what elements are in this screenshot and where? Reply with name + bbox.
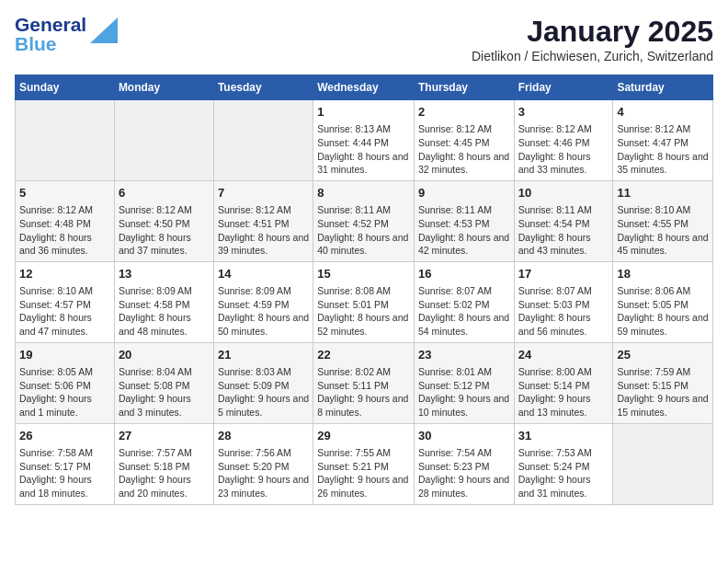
day-number: 10 bbox=[518, 185, 609, 201]
col-monday: Monday bbox=[114, 75, 213, 100]
day-number: 24 bbox=[518, 347, 609, 363]
day-number: 2 bbox=[418, 104, 510, 121]
calendar-week-2: 5Sunrise: 8:12 AMSunset: 4:48 PMDaylight… bbox=[16, 180, 713, 261]
logo: General Blue bbox=[15, 15, 118, 53]
cell-content: Sunrise: 8:05 AMSunset: 5:06 PMDaylight:… bbox=[19, 365, 110, 419]
day-number: 13 bbox=[119, 266, 210, 282]
day-number: 12 bbox=[19, 266, 110, 282]
day-number: 16 bbox=[418, 266, 510, 282]
calendar-cell bbox=[213, 100, 313, 181]
day-number: 5 bbox=[19, 185, 110, 201]
calendar-cell: 8Sunrise: 8:11 AMSunset: 4:52 PMDaylight… bbox=[313, 180, 415, 261]
col-saturday: Saturday bbox=[613, 75, 713, 100]
logo-blue: Blue bbox=[15, 34, 86, 53]
col-thursday: Thursday bbox=[414, 75, 514, 100]
col-friday: Friday bbox=[514, 75, 613, 100]
calendar-cell: 17Sunrise: 8:07 AMSunset: 5:03 PMDayligh… bbox=[514, 261, 613, 342]
calendar-cell: 7Sunrise: 8:12 AMSunset: 4:51 PMDaylight… bbox=[213, 180, 313, 261]
cell-content: Sunrise: 7:59 AMSunset: 5:15 PMDaylight:… bbox=[617, 365, 709, 419]
cell-content: Sunrise: 8:12 AMSunset: 4:45 PMDaylight:… bbox=[418, 122, 510, 177]
calendar-cell: 30Sunrise: 7:54 AMSunset: 5:23 PMDayligh… bbox=[414, 423, 514, 504]
cell-content: Sunrise: 8:12 AMSunset: 4:48 PMDaylight:… bbox=[19, 203, 110, 258]
calendar-cell: 4Sunrise: 8:12 AMSunset: 4:47 PMDaylight… bbox=[613, 100, 713, 181]
day-number: 17 bbox=[518, 266, 609, 282]
col-sunday: Sunday bbox=[16, 75, 115, 100]
day-number: 31 bbox=[518, 428, 609, 444]
cell-content: Sunrise: 7:53 AMSunset: 5:24 PMDaylight:… bbox=[518, 446, 609, 500]
cell-content: Sunrise: 8:10 AMSunset: 4:55 PMDaylight:… bbox=[617, 203, 709, 258]
calendar-cell: 2Sunrise: 8:12 AMSunset: 4:45 PMDaylight… bbox=[414, 100, 514, 181]
day-number: 14 bbox=[218, 266, 309, 282]
calendar-week-1: 1Sunrise: 8:13 AMSunset: 4:44 PMDaylight… bbox=[16, 100, 713, 181]
cell-content: Sunrise: 8:11 AMSunset: 4:53 PMDaylight:… bbox=[418, 203, 510, 258]
cell-content: Sunrise: 8:12 AMSunset: 4:47 PMDaylight:… bbox=[617, 122, 709, 177]
day-number: 4 bbox=[617, 104, 709, 121]
day-number: 26 bbox=[19, 428, 110, 444]
day-number: 6 bbox=[119, 185, 210, 201]
cell-content: Sunrise: 8:09 AMSunset: 4:59 PMDaylight:… bbox=[218, 284, 309, 339]
calendar-cell: 1Sunrise: 8:13 AMSunset: 4:44 PMDaylight… bbox=[313, 100, 415, 181]
svg-marker-0 bbox=[90, 17, 118, 43]
calendar-table: Sunday Monday Tuesday Wednesday Thursday… bbox=[15, 75, 713, 505]
calendar-cell: 18Sunrise: 8:06 AMSunset: 5:05 PMDayligh… bbox=[613, 261, 713, 342]
calendar-cell: 15Sunrise: 8:08 AMSunset: 5:01 PMDayligh… bbox=[313, 261, 415, 342]
day-number: 22 bbox=[317, 347, 410, 363]
calendar-cell: 28Sunrise: 7:56 AMSunset: 5:20 PMDayligh… bbox=[213, 423, 313, 504]
location-title: Dietlikon / Eichwiesen, Zurich, Switzerl… bbox=[472, 49, 713, 63]
cell-content: Sunrise: 8:08 AMSunset: 5:01 PMDaylight:… bbox=[317, 284, 410, 339]
day-number: 18 bbox=[617, 266, 709, 282]
calendar-cell: 25Sunrise: 7:59 AMSunset: 5:15 PMDayligh… bbox=[613, 342, 713, 423]
calendar-cell: 29Sunrise: 7:55 AMSunset: 5:21 PMDayligh… bbox=[313, 423, 415, 504]
month-title: January 2025 bbox=[472, 15, 713, 49]
logo-general: General bbox=[15, 15, 86, 34]
calendar-cell: 19Sunrise: 8:05 AMSunset: 5:06 PMDayligh… bbox=[16, 342, 115, 423]
calendar-cell bbox=[613, 423, 713, 504]
calendar-cell: 12Sunrise: 8:10 AMSunset: 4:57 PMDayligh… bbox=[16, 261, 115, 342]
cell-content: Sunrise: 8:07 AMSunset: 5:03 PMDaylight:… bbox=[518, 284, 609, 339]
title-area: January 2025 Dietlikon / Eichwiesen, Zur… bbox=[472, 15, 713, 63]
cell-content: Sunrise: 8:09 AMSunset: 4:58 PMDaylight:… bbox=[119, 284, 210, 339]
day-number: 30 bbox=[418, 428, 510, 444]
cell-content: Sunrise: 8:06 AMSunset: 5:05 PMDaylight:… bbox=[617, 284, 709, 339]
cell-content: Sunrise: 8:12 AMSunset: 4:50 PMDaylight:… bbox=[119, 203, 210, 258]
calendar-cell: 23Sunrise: 8:01 AMSunset: 5:12 PMDayligh… bbox=[414, 342, 514, 423]
calendar-cell bbox=[16, 100, 115, 181]
day-number: 19 bbox=[19, 347, 110, 363]
calendar-cell: 24Sunrise: 8:00 AMSunset: 5:14 PMDayligh… bbox=[514, 342, 613, 423]
calendar-cell: 9Sunrise: 8:11 AMSunset: 4:53 PMDaylight… bbox=[414, 180, 514, 261]
cell-content: Sunrise: 8:01 AMSunset: 5:12 PMDaylight:… bbox=[418, 365, 510, 419]
calendar-cell: 16Sunrise: 8:07 AMSunset: 5:02 PMDayligh… bbox=[414, 261, 514, 342]
cell-content: Sunrise: 8:11 AMSunset: 4:52 PMDaylight:… bbox=[317, 203, 410, 258]
day-number: 11 bbox=[617, 185, 709, 201]
header: General Blue January 2025 Dietlikon / Ei… bbox=[15, 15, 713, 63]
calendar-cell: 21Sunrise: 8:03 AMSunset: 5:09 PMDayligh… bbox=[213, 342, 313, 423]
day-number: 1 bbox=[317, 104, 410, 121]
cell-content: Sunrise: 8:10 AMSunset: 4:57 PMDaylight:… bbox=[19, 284, 110, 339]
day-number: 21 bbox=[218, 347, 309, 363]
calendar-cell: 5Sunrise: 8:12 AMSunset: 4:48 PMDaylight… bbox=[16, 180, 115, 261]
calendar-cell: 26Sunrise: 7:58 AMSunset: 5:17 PMDayligh… bbox=[16, 423, 115, 504]
calendar-header-row: Sunday Monday Tuesday Wednesday Thursday… bbox=[16, 75, 713, 100]
calendar-cell: 27Sunrise: 7:57 AMSunset: 5:18 PMDayligh… bbox=[114, 423, 213, 504]
col-tuesday: Tuesday bbox=[213, 75, 313, 100]
day-number: 27 bbox=[119, 428, 210, 444]
cell-content: Sunrise: 8:03 AMSunset: 5:09 PMDaylight:… bbox=[218, 365, 309, 419]
day-number: 29 bbox=[317, 428, 410, 444]
day-number: 23 bbox=[418, 347, 510, 363]
day-number: 28 bbox=[218, 428, 309, 444]
day-number: 7 bbox=[218, 185, 309, 201]
day-number: 15 bbox=[317, 266, 410, 282]
cell-content: Sunrise: 7:56 AMSunset: 5:20 PMDaylight:… bbox=[218, 446, 309, 500]
calendar-week-3: 12Sunrise: 8:10 AMSunset: 4:57 PMDayligh… bbox=[16, 261, 713, 342]
cell-content: Sunrise: 8:13 AMSunset: 4:44 PMDaylight:… bbox=[317, 122, 410, 177]
calendar-cell: 20Sunrise: 8:04 AMSunset: 5:08 PMDayligh… bbox=[114, 342, 213, 423]
day-number: 20 bbox=[119, 347, 210, 363]
logo-icon bbox=[90, 17, 118, 43]
calendar-cell: 22Sunrise: 8:02 AMSunset: 5:11 PMDayligh… bbox=[313, 342, 415, 423]
cell-content: Sunrise: 7:55 AMSunset: 5:21 PMDaylight:… bbox=[317, 446, 410, 500]
cell-content: Sunrise: 8:07 AMSunset: 5:02 PMDaylight:… bbox=[418, 284, 510, 339]
calendar-cell: 3Sunrise: 8:12 AMSunset: 4:46 PMDaylight… bbox=[514, 100, 613, 181]
day-number: 8 bbox=[317, 185, 410, 201]
cell-content: Sunrise: 8:12 AMSunset: 4:51 PMDaylight:… bbox=[218, 203, 309, 258]
cell-content: Sunrise: 8:11 AMSunset: 4:54 PMDaylight:… bbox=[518, 203, 609, 258]
